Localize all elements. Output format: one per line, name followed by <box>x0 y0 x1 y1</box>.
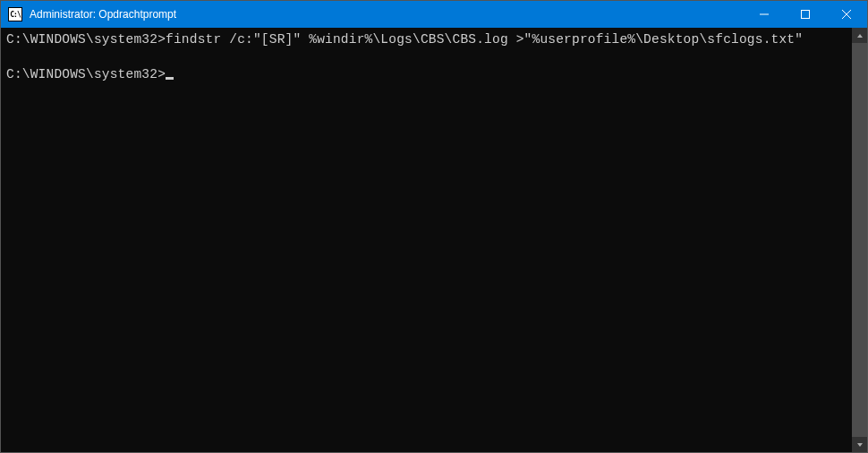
command-text: findstr /c:"[SR]" %windir%\Logs\CBS\CBS.… <box>166 32 803 47</box>
scroll-up-button[interactable] <box>852 28 867 43</box>
window-title: Administrator: Opdrachtprompt <box>28 8 744 21</box>
prompt: C:\WINDOWS\system32> <box>6 67 166 81</box>
svg-rect-1 <box>802 11 810 19</box>
scrollbar[interactable] <box>852 28 867 452</box>
close-button[interactable] <box>826 1 867 28</box>
blank-line <box>6 49 850 67</box>
window-controls <box>744 1 867 28</box>
terminal-container: C:\WINDOWS\system32>findstr /c:"[SR]" %w… <box>1 28 867 452</box>
terminal-output[interactable]: C:\WINDOWS\system32>findstr /c:"[SR]" %w… <box>1 28 852 452</box>
cmd-icon: C:\ <box>8 7 22 21</box>
command-line: C:\WINDOWS\system32> <box>6 66 850 84</box>
minimize-button[interactable] <box>744 1 785 28</box>
scroll-down-button[interactable] <box>852 437 867 452</box>
command-line: C:\WINDOWS\system32>findstr /c:"[SR]" %w… <box>6 31 850 49</box>
cursor <box>166 77 174 80</box>
svg-rect-0 <box>760 14 769 15</box>
prompt: C:\WINDOWS\system32> <box>6 32 166 47</box>
maximize-button[interactable] <box>785 1 826 28</box>
titlebar[interactable]: C:\ Administrator: Opdrachtprompt <box>1 1 867 28</box>
scrollbar-thumb[interactable] <box>852 43 867 437</box>
